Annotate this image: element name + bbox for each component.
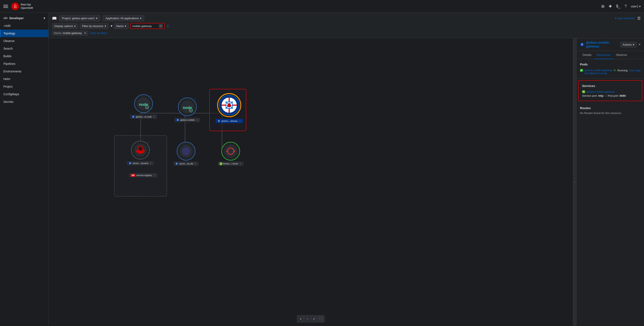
- node-threes-t-hook[interactable]: J threes...t-hook ⋮: [218, 142, 244, 166]
- project-chevron-icon: ▾: [96, 17, 98, 20]
- panel-title: D globex-mobile-gateway: [580, 41, 620, 48]
- node-label-servic: D servic...oyment ⋮: [127, 161, 154, 165]
- code-icon: </>: [4, 16, 8, 20]
- help-icon[interactable]: ?: [624, 4, 627, 8]
- zoom-out-btn[interactable]: −: [304, 316, 310, 322]
- tab-details[interactable]: Details: [580, 51, 594, 59]
- sidebar-item-topology[interactable]: Topology: [0, 29, 48, 37]
- tab-resources[interactable]: Resources: [594, 51, 613, 59]
- topology-label: Topology: [4, 32, 15, 35]
- toolbar: 📖 Project: globex-apim-user1 ▾ Applicati…: [49, 13, 644, 38]
- clear-filters-link[interactable]: Clear all filters: [90, 31, 107, 35]
- display-options-btn[interactable]: Display options ▾: [52, 23, 78, 29]
- actions-chevron-icon: ▾: [633, 43, 634, 46]
- node-servic-try-db[interactable]: D servic...try-db ⋮: [173, 142, 198, 166]
- node-kebab-er-web[interactable]: ⋮: [152, 115, 156, 119]
- external-link-icon-mobile: ↗: [194, 98, 196, 101]
- sidebar-item-observe[interactable]: Observe: [0, 37, 48, 45]
- node-label-t-hook: J threes...t-hook ⋮: [218, 162, 244, 166]
- topology-canvas[interactable]: node ✦ ↗ D globex...er-web ⋮: [49, 38, 573, 326]
- perspective-selector[interactable]: </> Developer ▾: [0, 14, 48, 22]
- pod-status: ↻ Running View logs: [614, 69, 640, 72]
- terminal-icon[interactable]: $_: [616, 4, 620, 8]
- sidebar: </> Developer ▾ +Add Topology Observe Se…: [0, 13, 49, 326]
- plus-icon[interactable]: ✚: [609, 4, 612, 9]
- sidebar-item-configmaps[interactable]: ConfigMaps: [0, 90, 48, 98]
- node-kebab-servic[interactable]: ⋮: [149, 162, 152, 165]
- help-circle-icon: ℹ: [615, 17, 616, 20]
- display-options-chevron-icon: ▾: [74, 24, 76, 28]
- service-s-badge: S: [582, 90, 585, 93]
- tab-observe[interactable]: Observe: [613, 51, 630, 59]
- node-label-mobile: D globex-mobile ⋮: [174, 118, 200, 122]
- routes-empty-message: No Routes found for this resource.: [580, 112, 640, 115]
- node-label-gateway: D globex...ateway ⋮: [216, 119, 243, 123]
- node-kebab-gateway[interactable]: ⋮: [238, 119, 242, 123]
- svg-text:✦: ✦: [190, 110, 192, 112]
- node-kebab-t-hook[interactable]: ⋮: [239, 162, 242, 165]
- node-kebab-mobile[interactable]: ⋮: [196, 118, 198, 122]
- filter-input-box[interactable]: /: [130, 23, 165, 29]
- active-filter-tag: Name mobile-gateway ✕: [52, 31, 88, 35]
- actions-button[interactable]: Actions ▾: [620, 42, 637, 47]
- sidebar-item-builds[interactable]: Builds: [0, 52, 48, 60]
- sidebar-item-add[interactable]: +Add: [0, 22, 48, 29]
- filter-by-resource-btn[interactable]: Filter by resource ▾: [80, 23, 108, 29]
- pod-p-badge: P: [580, 69, 583, 72]
- name-filter-btn[interactable]: Name ▾: [114, 23, 128, 29]
- brand-text: Red Hat OpenShift: [21, 3, 33, 9]
- top-nav: Red Hat OpenShift ⊞ ✚ $_ ? user1 ▾: [0, 0, 644, 13]
- svg-point-31: [182, 147, 190, 156]
- view-shortcuts-link[interactable]: ℹ View shortcuts: [615, 17, 635, 20]
- node-globex-gateway[interactable]: D globex...ateway ⋮: [216, 93, 243, 123]
- user-menu[interactable]: user1 ▾: [631, 5, 640, 8]
- project-selector[interactable]: Project: globex-apim-user1 ▾: [59, 15, 100, 21]
- sidebar-item-secrets[interactable]: Secrets: [0, 98, 48, 106]
- sidebar-item-helm[interactable]: Helm: [0, 75, 48, 83]
- panel-close-btn[interactable]: ×: [638, 42, 640, 47]
- sidebar-item-pipelines[interactable]: Pipelines: [0, 60, 48, 68]
- filter-search-input[interactable]: [132, 24, 158, 28]
- routes-section-title: Routes: [580, 106, 640, 110]
- view-logs-link[interactable]: View logs: [629, 69, 640, 72]
- panel-tabs: Details Resources Observe: [576, 51, 644, 59]
- node-globex-mobile[interactable]: node ✦ ↗ D globex-mobile ⋮: [174, 97, 200, 122]
- svg-text:✦: ✦: [146, 107, 148, 108]
- sidebar-item-search[interactable]: Search: [0, 45, 48, 52]
- panel-header: D globex-mobile-gateway Actions ▾ ×: [576, 38, 644, 51]
- zoom-in-btn[interactable]: +: [298, 316, 304, 322]
- node-kebab-try-db[interactable]: ⋮: [194, 162, 197, 165]
- services-section-title: Services: [582, 84, 638, 88]
- service-port-info: Service port: http → Pod port: 8080: [582, 94, 638, 97]
- fit-to-screen-btn[interactable]: ⤢: [311, 316, 317, 322]
- service-item: S globex-mobile-gateway Service port: ht…: [582, 90, 638, 97]
- user-name: user1: [631, 5, 638, 8]
- app-selector[interactable]: Application: All applications ▾: [103, 15, 144, 21]
- hamburger-menu[interactable]: [4, 5, 8, 8]
- grid-icon[interactable]: ⊞: [601, 4, 604, 9]
- list-view-icon[interactable]: ☰: [637, 16, 640, 21]
- node-label-er-web: D globex...er-web ⋮: [130, 115, 157, 119]
- expand-btn[interactable]: ⛶: [318, 316, 324, 322]
- running-icon: ↻: [614, 69, 616, 72]
- funnel-icon: ▼: [110, 24, 113, 28]
- filter-info-icon[interactable]: ℹ: [167, 24, 168, 28]
- panel-d-badge: D: [580, 43, 584, 46]
- sidebar-item-project[interactable]: Project: [0, 83, 48, 90]
- external-link-icon-er-web: ↗: [150, 95, 152, 97]
- sidebar-item-environments[interactable]: Environments: [0, 68, 48, 75]
- panel-resource-name: globex-mobile-gateway: [586, 41, 620, 48]
- node-globex-er-web[interactable]: node ✦ ↗ D globex...er-web ⋮: [130, 94, 157, 119]
- node-servic-oyment[interactable]: ↗ D servic...oyment ⋮: [127, 141, 154, 165]
- app-chevron-icon: ▾: [140, 17, 142, 20]
- pod-name[interactable]: globex-mobile-gateway-69cd9bb979-hz7tq: [584, 69, 614, 75]
- filter-resource-chevron-icon: ▾: [105, 24, 106, 28]
- book-icon: 📖: [52, 16, 57, 21]
- node-service-registry[interactable]: AR service-registry ⋮: [129, 172, 158, 177]
- remove-filter-btn[interactable]: ✕: [84, 31, 86, 35]
- service-name[interactable]: S globex-mobile-gateway: [582, 90, 638, 93]
- node-kebab-registry[interactable]: ⋮: [153, 173, 156, 177]
- panel-collapse-handle[interactable]: ‹: [573, 38, 576, 326]
- zoom-controls: + − ⤢ ⛶: [297, 315, 325, 323]
- services-section: Services S globex-mobile-gateway Service…: [578, 80, 642, 101]
